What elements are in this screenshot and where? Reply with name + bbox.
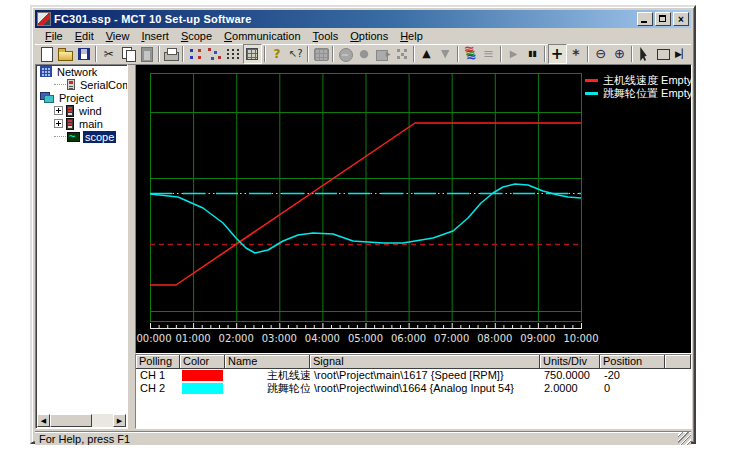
menu-tools[interactable]: Tools [307,29,345,43]
project-tree[interactable]: NetworkSerialComProjectwindmainscope ◀ ▶ [35,64,128,429]
legend-item: 跳舞轮位置 Empty [585,87,692,100]
channel-table[interactable]: PollingColorNameSignalUnits/DivPosition … [135,354,692,429]
open-file-button[interactable] [56,44,75,64]
project-icon [40,92,54,103]
minimize-button[interactable] [637,12,653,26]
toolbar-separator [457,46,459,62]
maximize-button[interactable] [655,12,671,26]
read-from-drive-icon [394,46,410,62]
record-button: ● [355,44,374,64]
position-cell: -20 [600,369,665,382]
toolbar-separator [500,46,502,62]
paste-button [137,44,156,64]
pan-crosshair-button[interactable]: + [548,44,567,64]
right-edge-button[interactable]: ▶▏ [672,44,691,64]
close-button[interactable]: × [673,12,689,26]
column-header-signal[interactable]: Signal [310,355,540,369]
read-parameters-button[interactable] [205,44,224,64]
context-help-button[interactable]: ↖? [286,44,305,64]
channel-row-ch1[interactable]: CH 1主机线速度\root\Project\main\1617 {Speed … [136,369,691,382]
tree-item-network[interactable]: Network [36,65,127,78]
zoom-out-button[interactable]: ⊖ [591,44,610,64]
toolbar-separator [413,46,415,62]
status-bar: For Help, press F1 [35,431,691,445]
tree-horizontal-scrollbar[interactable]: ◀ ▶ [37,414,126,427]
column-header-polling[interactable]: Polling [136,355,180,369]
pan-crosshair-icon: + [549,46,565,62]
write-to-drive-icon [375,46,391,62]
tree-item-serialcom[interactable]: SerialCom [36,78,127,91]
menu-help[interactable]: Help [394,29,429,43]
column-header-spacer[interactable] [665,355,691,369]
menu-scope[interactable]: Scope [175,29,218,43]
menu-communication[interactable]: Communication [218,29,306,43]
cut-icon: ✂ [101,46,117,62]
menu-edit[interactable]: Edit [69,29,100,43]
tree-item-main[interactable]: main [36,117,127,130]
zoom-box-button[interactable] [654,44,673,64]
menu-file[interactable]: File [39,29,69,43]
menu-view[interactable]: View [100,29,136,43]
x-axis-label: 00:000 [136,333,171,344]
toolbar-separator [307,46,309,62]
cut-button[interactable]: ✂ [99,44,118,64]
compare-parameters-icon [225,46,241,62]
x-axis-label: 01:000 [176,333,211,344]
scroll-right-button[interactable]: ▶ [113,414,126,427]
zoom-in-button[interactable]: ⊕ [610,44,629,64]
tree-item-label: wind [77,105,104,117]
help-button[interactable]: ? [268,44,287,64]
tree-item-label: SerialCom [78,79,128,91]
toolbar-separator [182,46,184,62]
move-up-button[interactable]: ▲ [417,44,436,64]
resize-grip[interactable] [678,432,691,445]
move-down-button: ▼ [436,44,455,64]
pointer-button[interactable] [635,44,654,64]
parameter-grid-button[interactable] [243,44,262,64]
update-parameters-button[interactable] [186,44,205,64]
tree-item-project[interactable]: Project [36,91,127,104]
column-header-color[interactable]: Color [180,355,225,369]
column-header-position[interactable]: Position [600,355,665,369]
menu-bar: FileEditViewInsertScopeCommunicationTool… [35,28,691,44]
toolbar-separator [332,46,334,62]
column-header-name[interactable]: Name [225,355,310,369]
channel-row-ch2[interactable]: CH 2跳舞轮位置\root\Project\wind\1664 {Analog… [136,382,691,395]
scrollbar-thumb[interactable] [50,414,92,427]
copy-button[interactable] [118,44,137,64]
compare-parameters-button[interactable] [224,44,243,64]
toolbar: ✂?↖?●▲▼≡▶▮▮+*⊖⊕▶▏ [35,44,691,65]
pause-scope-button[interactable]: ▮▮ [523,44,542,64]
expand-toggle[interactable] [54,119,63,128]
scroll-left-button[interactable]: ◀ [37,414,50,427]
pause-scope-icon: ▮▮ [524,46,540,62]
connect-drive-icon [313,46,329,62]
new-file-button[interactable] [37,44,56,64]
serial-icon [67,79,75,90]
scope-chart-canvas[interactable]: 00:00001:00002:00003:00004:00005:00006:0… [135,64,692,354]
toolbar-separator [158,46,160,62]
menu-insert[interactable]: Insert [135,29,175,43]
app-icon [37,12,51,26]
record-icon: ● [356,46,372,62]
save-file-icon [76,46,92,62]
tree-item-scope[interactable]: scope [36,130,127,143]
save-file-button[interactable] [75,44,94,64]
expand-toggle[interactable] [54,106,63,115]
track-cursor-icon: * [568,46,584,62]
title-bar[interactable]: FC301.ssp - MCT 10 Set-up Software × [35,10,691,28]
tree-item-label: Project [57,92,95,104]
channel-table-body: CH 1主机线速度\root\Project\main\1617 {Speed … [136,369,691,395]
column-header-units-div[interactable]: Units/Div [540,355,600,369]
x-axis-label: 03:000 [262,333,297,344]
paste-icon [138,46,154,62]
print-button[interactable] [162,44,181,64]
track-cursor-button[interactable]: * [567,44,586,64]
scope-waves-icon [462,46,478,62]
read-parameters-icon [207,46,223,62]
legend-label: 跳舞轮位置 Empty [603,86,692,101]
tree-item-wind[interactable]: wind [36,104,127,117]
status-text: For Help, press F1 [39,433,130,445]
menu-options[interactable]: Options [344,29,394,43]
scope-waves-button[interactable] [461,44,480,64]
